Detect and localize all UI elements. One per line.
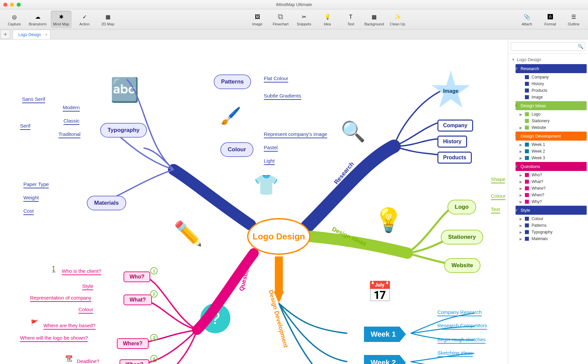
outline-item[interactable]: ▶Logo	[510, 111, 587, 118]
leaf-col-pastel[interactable]: Pastel	[264, 145, 278, 152]
outline-item[interactable]: ▶Who?	[510, 172, 587, 178]
outline-item[interactable]: Company	[510, 74, 587, 80]
leaf-mat-weight[interactable]: Weight	[23, 195, 39, 202]
outline-search-input[interactable]	[511, 42, 585, 51]
outline-item[interactable]: ▶Patterns	[510, 222, 587, 229]
new-tab-button[interactable]: +	[1, 30, 10, 39]
leaf-what-colour[interactable]: Colour	[78, 307, 93, 314]
outline-root[interactable]: ▼Logo Design	[510, 56, 587, 63]
outline-section-design-ideas[interactable]: ▼Design Ideas	[516, 101, 587, 110]
outline-section-research[interactable]: ▼Research	[516, 64, 587, 73]
outline-item[interactable]: History	[510, 80, 587, 87]
node-website[interactable]: Website	[444, 258, 480, 273]
toolbar-mindmap-button[interactable]: ✱Mind Map	[51, 11, 71, 28]
toolbar-capture-button[interactable]: ◎Capture	[4, 11, 25, 28]
leaf-logo-shape[interactable]: Shape	[491, 176, 505, 183]
leaf-sketching-ideas[interactable]: Sketching ideas	[437, 350, 473, 357]
node-week-2[interactable]: Week 2	[364, 355, 406, 364]
toolbar-action-button[interactable]: ✓Action	[74, 11, 95, 28]
node-patterns[interactable]: Patterns	[214, 74, 251, 89]
outline-section-style[interactable]: ▼Style	[516, 206, 587, 215]
tab-logo-design[interactable]: Logo Design ×	[13, 30, 50, 39]
outline-item[interactable]: ▶Week 3	[510, 155, 587, 161]
toolbar-cleanup-button[interactable]: ✨Clean Up	[387, 11, 408, 28]
outline-item[interactable]: Stationery	[510, 118, 587, 124]
outline-item[interactable]: ▶When?	[510, 192, 587, 198]
leaf-what-rep[interactable]: Representation of company	[30, 295, 91, 302]
node-logo[interactable]: Logo	[447, 200, 476, 214]
node-stationery[interactable]: Stationery	[441, 230, 483, 244]
toolbar-background-button[interactable]: ▩Background	[364, 11, 385, 28]
leaf-logo-text[interactable]: Text	[491, 206, 500, 213]
node-materials[interactable]: Materials	[87, 196, 126, 210]
toolbar-idea-button[interactable]: 💡Idea	[317, 11, 338, 28]
outline-item[interactable]: Products	[510, 87, 587, 94]
leaf-where-based[interactable]: Where are they based?	[43, 323, 95, 330]
outline-item[interactable]: ▶Why?	[510, 198, 587, 205]
mindmap-canvas[interactable]: Logo Design Research Design Ideas Design…	[0, 39, 508, 364]
toolbar-map2d-button[interactable]: ▦2D Map	[97, 11, 118, 28]
leaf-where-shown[interactable]: Where will the logo be shown?	[20, 335, 88, 342]
leaf-when-deadline[interactable]: Deadline?	[77, 358, 100, 364]
toolbar-attach-button[interactable]: 📎Attach	[517, 11, 537, 28]
node-when[interactable]: When?	[120, 359, 149, 364]
tab-close-button[interactable]: ×	[45, 32, 47, 37]
node-who[interactable]: Who?	[124, 271, 150, 282]
node-products[interactable]: Products	[437, 152, 472, 164]
leaf-pat-flat[interactable]: Flat Colour	[264, 75, 288, 82]
color-swatch	[525, 112, 529, 116]
leaf-what-style[interactable]: Style	[82, 283, 93, 290]
leaf-mat-cost[interactable]: Cost	[23, 208, 34, 215]
outline-item[interactable]: ▶What?	[510, 178, 587, 185]
central-node[interactable]: Logo Design	[247, 218, 311, 255]
node-typography[interactable]: Typography	[100, 123, 147, 138]
leaf-typ-trad[interactable]: Traditonal	[58, 131, 80, 138]
leaf-who-client[interactable]: Who is the client?	[62, 268, 101, 275]
leaf-pat-grad[interactable]: Subtle Gradients	[264, 93, 301, 100]
leaf-logo-colour[interactable]: Colour	[491, 193, 506, 200]
leaf-typ-sans[interactable]: Sans Serif	[22, 96, 45, 103]
outline-item[interactable]: Image	[510, 94, 587, 101]
outline-item[interactable]: ▶Week 1	[510, 141, 587, 148]
cleanup-icon: ✨	[393, 13, 402, 21]
node-colour[interactable]: Colour	[220, 142, 253, 157]
toolbar-format-button[interactable]: 🅰Format	[540, 11, 561, 28]
leaf-typ-modern[interactable]: Modern	[63, 105, 80, 112]
toolbar-flowchart-button[interactable]: ⿻Flowchart	[270, 11, 291, 28]
toolbar-snippets-button[interactable]: ✂Snippets	[294, 11, 315, 28]
window-minimize-button[interactable]	[10, 3, 14, 7]
color-swatch	[525, 186, 529, 190]
outline-section-questions[interactable]: ▼Questions	[516, 162, 587, 171]
outline-item[interactable]: ▶Where?	[510, 185, 587, 192]
leaf-typ-classic[interactable]: Classic	[63, 118, 79, 125]
toolbar-image-button[interactable]: 🖼Image	[247, 11, 268, 28]
num-1: 1	[150, 267, 158, 275]
node-week-1[interactable]: Week 1	[364, 327, 406, 342]
outline-item[interactable]: ▶Week 2	[510, 148, 587, 155]
chevron-right-icon: ▶	[520, 187, 524, 190]
window-maximize-button[interactable]	[17, 3, 21, 7]
toolbar-brainstorm-button[interactable]: ☁Brainstorm	[27, 11, 48, 28]
node-history[interactable]: History	[437, 136, 467, 148]
node-company[interactable]: Company	[437, 120, 473, 132]
leaf-mat-paper[interactable]: Paper Type	[23, 181, 49, 188]
window-close-button[interactable]	[3, 3, 7, 7]
node-where[interactable]: Where?	[117, 338, 149, 349]
outline-item[interactable]: ▶Colour	[510, 215, 587, 222]
leaf-col-rep[interactable]: Represent company's image	[264, 131, 327, 138]
node-what[interactable]: What?	[124, 295, 152, 305]
outline-item[interactable]: ▶Website	[510, 124, 587, 131]
outline-item[interactable]: ▶Typography	[510, 229, 587, 235]
outline-item[interactable]: ▶Materials	[510, 235, 587, 242]
num-4: 4	[150, 355, 158, 362]
outline-section-design-development[interactable]: ▼Design Development	[516, 132, 587, 141]
leaf-company-research[interactable]: Company Research	[437, 309, 482, 316]
toolbar-text-button[interactable]: TText	[341, 11, 361, 28]
toolbar-outline-button[interactable]: ☰Outline	[563, 11, 584, 28]
leaf-rough-sketches[interactable]: Begin rough sketches	[437, 337, 485, 344]
chevron-right-icon: ▶	[520, 113, 524, 116]
leaf-typ-serif[interactable]: Serif	[20, 123, 30, 130]
leaf-research-competitors[interactable]: Research Competitors	[437, 323, 487, 330]
color-swatch	[525, 230, 529, 234]
leaf-col-light[interactable]: Light	[264, 158, 275, 165]
